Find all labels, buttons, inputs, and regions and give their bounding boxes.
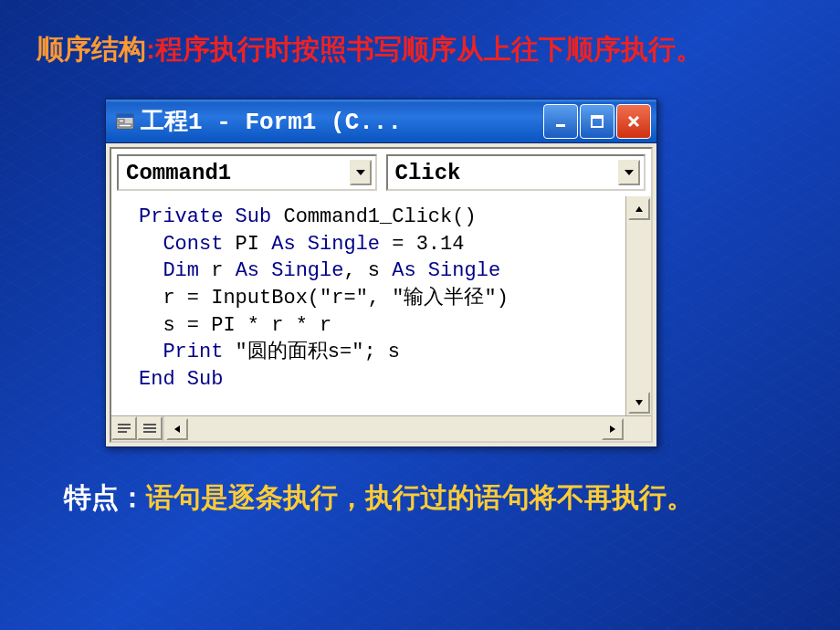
heading-colon: :: [146, 34, 155, 64]
horizontal-scrollbar[interactable]: [164, 416, 625, 441]
svg-rect-12: [143, 431, 156, 433]
footer: 特点：语句是逐条执行，执行过的语句将不再执行。: [37, 479, 803, 517]
procedure-dropdown[interactable]: Click: [386, 154, 646, 191]
procedure-dropdown-value: Click: [395, 161, 461, 185]
dropdown-arrow-icon: [350, 160, 372, 185]
heading-definition: 程序执行时按照书写顺序从上往下顺序执行。: [155, 34, 703, 64]
svg-rect-11: [143, 427, 156, 429]
close-button[interactable]: [616, 104, 651, 139]
procedure-view-button[interactable]: [111, 416, 137, 440]
vertical-scrollbar[interactable]: [625, 196, 651, 415]
heading: 顺序结构:程序执行时按照书写顺序从上往下顺序执行。: [37, 27, 803, 71]
scroll-right-button[interactable]: [602, 418, 624, 440]
footer-text: 语句是逐条执行，执行过的语句将不再执行。: [146, 482, 694, 512]
titlebar[interactable]: 工程1 - Form1 (C...: [106, 100, 656, 143]
object-dropdown-value: Command1: [126, 161, 231, 185]
object-dropdown[interactable]: Command1: [117, 154, 377, 191]
svg-rect-1: [117, 114, 133, 118]
scrollbar-corner: [625, 416, 651, 441]
vb-form-icon: [115, 111, 135, 131]
svg-rect-2: [119, 120, 124, 122]
footer-label: 特点：: [64, 482, 146, 512]
heading-term: 顺序结构: [37, 34, 146, 64]
svg-rect-4: [556, 124, 565, 127]
code-editor[interactable]: Private Sub Command1_Click() Const PI As…: [111, 196, 625, 415]
dropdown-arrow-icon: [618, 160, 640, 185]
minimize-button[interactable]: [543, 104, 578, 139]
scroll-left-button[interactable]: [166, 418, 188, 440]
scroll-down-button[interactable]: [628, 392, 650, 414]
svg-rect-9: [118, 431, 127, 433]
maximize-button[interactable]: [580, 104, 614, 139]
code-window: 工程1 - Form1 (C... Command1: [105, 99, 657, 447]
svg-rect-8: [118, 427, 131, 429]
svg-rect-6: [592, 116, 603, 119]
svg-rect-3: [119, 124, 131, 127]
window-title: 工程1 - Form1 (C...: [141, 105, 543, 137]
svg-rect-10: [143, 424, 156, 425]
full-module-view-button[interactable]: [137, 416, 163, 440]
svg-rect-7: [118, 424, 131, 425]
scroll-up-button[interactable]: [628, 198, 650, 220]
